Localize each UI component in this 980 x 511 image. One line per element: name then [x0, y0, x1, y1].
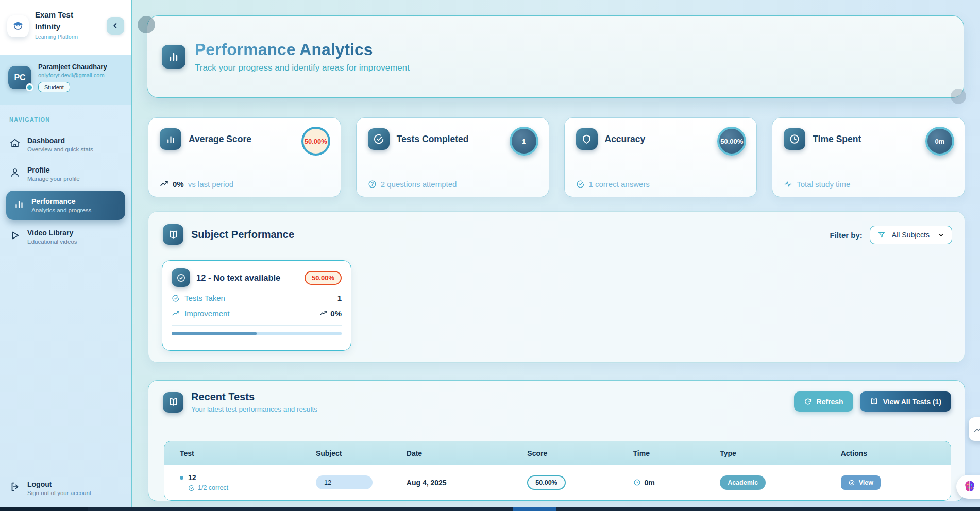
- subject-progress-fill: [172, 332, 257, 335]
- stats-row: Average Score 50.00% 0% vs last period T…: [148, 117, 965, 197]
- bar-chart-icon: [13, 198, 25, 210]
- shield-icon: [576, 128, 598, 150]
- clock-icon: [633, 479, 641, 486]
- sidebar-item-video-library[interactable]: Video Library Educational videos: [0, 223, 131, 250]
- online-status-dot: [26, 83, 33, 91]
- extension-brain-button[interactable]: [956, 475, 980, 499]
- page-header-card: Performance Analytics Track your progres…: [147, 15, 964, 98]
- main-content: Performance Analytics Track your progres…: [132, 0, 980, 511]
- subject-progress-bar: [172, 332, 342, 335]
- page-title: Performance Analytics: [195, 40, 410, 59]
- stat-footer-text: 1 correct answers: [589, 180, 650, 189]
- test-time: 0m: [645, 479, 655, 487]
- stat-badge: 50.00%: [717, 127, 746, 156]
- view-all-tests-button[interactable]: View All Tests (1): [860, 391, 951, 412]
- bar-chart-icon: [162, 45, 185, 69]
- funnel-icon: [877, 231, 886, 239]
- stat-footer-value: 0%: [173, 180, 184, 189]
- logout-icon: [9, 481, 21, 492]
- subject-filter-select[interactable]: All Subjects: [870, 226, 952, 244]
- trend-up-icon: [172, 310, 180, 318]
- decorative-circle: [951, 89, 966, 104]
- section-title: Subject Performance: [191, 229, 294, 241]
- section-subtitle: Your latest test performances and result…: [191, 405, 317, 413]
- graduation-book-icon: [11, 20, 25, 33]
- play-icon: [9, 230, 21, 241]
- subject-performance-section: Subject Performance Filter by: All Subje…: [148, 211, 965, 363]
- sidebar: Exam Test Infinity Learning Platform PC …: [0, 0, 132, 511]
- check-badge-icon: [172, 268, 190, 287]
- book-icon: [163, 392, 183, 413]
- trend-up-icon: [160, 180, 168, 189]
- score-pill: 50.00%: [527, 475, 565, 490]
- subject-score-badge: 50.00%: [305, 271, 342, 285]
- question-circle-icon: [368, 180, 377, 189]
- user-name: Paramjeet Chaudhary: [38, 63, 123, 71]
- cursor-tool-icon: [973, 424, 980, 434]
- logout-button[interactable]: Logout Sign out of your account: [0, 474, 131, 502]
- refresh-button[interactable]: Refresh: [794, 391, 853, 412]
- app-subtitle: Learning Platform: [35, 33, 89, 40]
- book-icon: [870, 397, 878, 406]
- subject-stat-row: Tests Taken 1: [172, 294, 342, 302]
- eye-icon: [848, 479, 855, 486]
- bullet-dot: [180, 476, 183, 480]
- sidebar-collapse-button[interactable]: [107, 17, 124, 35]
- logout-section: Logout Sign out of your account: [0, 465, 131, 504]
- table-row: 12 1/2 correct 12 Aug 4, 2025 50.00%: [164, 465, 951, 500]
- page-subtitle: Track your progress and identify areas f…: [195, 63, 410, 73]
- user-email: onlyforyt.devil@gmail.com: [38, 72, 123, 78]
- chevron-left-icon: [111, 22, 120, 30]
- activity-icon: [784, 180, 792, 189]
- bar-chart-icon: [160, 128, 181, 150]
- bottom-taskbar-strip: [0, 507, 980, 511]
- table-header-row: Test Subject Date Score Time Type Action…: [164, 441, 951, 465]
- floating-tool-button[interactable]: [969, 417, 980, 441]
- stat-footer-text: vs last period: [188, 180, 233, 189]
- type-badge: Academic: [720, 475, 766, 490]
- stat-card-tests-completed: Tests Completed 1 2 questions attempted: [356, 117, 549, 197]
- brain-icon: [962, 479, 977, 495]
- filter-selected-value: All Subjects: [892, 231, 930, 239]
- test-correct-count: 1/2 correct: [198, 484, 228, 491]
- recent-tests-section: Recent Tests Your latest test performanc…: [148, 380, 965, 501]
- user-profile-card: PC Paramjeet Chaudhary onlyforyt.devil@g…: [0, 55, 131, 105]
- stat-title: Tests Completed: [397, 134, 469, 145]
- clock-icon: [784, 128, 805, 150]
- stat-card-average-score: Average Score 50.00% 0% vs last period: [148, 117, 341, 197]
- subject-stat-row: Improvement 0%: [172, 309, 342, 318]
- decorative-circle: [138, 16, 155, 33]
- home-icon: [9, 138, 21, 149]
- stat-footer-text: 2 questions attempted: [381, 180, 457, 189]
- test-date: Aug 4, 2025: [407, 479, 528, 487]
- sidebar-item-performance[interactable]: Performance Analytics and progress: [6, 191, 125, 220]
- subject-name: 12 - No text available: [196, 273, 298, 283]
- sidebar-nav: NAVIGATION Dashboard Overview and quick …: [0, 105, 131, 250]
- stat-badge: 1: [510, 127, 538, 156]
- role-badge: Student: [38, 82, 70, 92]
- stat-footer-text: Total study time: [797, 180, 850, 189]
- filter-label: Filter by:: [830, 231, 863, 240]
- stat-title: Time Spent: [813, 134, 861, 145]
- trend-up-icon: [319, 310, 327, 317]
- check-circle-icon: [368, 128, 390, 150]
- subject-chip: 12: [316, 475, 373, 489]
- stat-title: Average Score: [189, 134, 251, 145]
- avatar: PC: [8, 66, 31, 89]
- section-title: Recent Tests: [191, 391, 317, 403]
- view-test-button[interactable]: View: [841, 475, 881, 490]
- subject-card: 12 - No text available 50.00% Tests Take…: [162, 260, 351, 351]
- test-name: 12: [188, 473, 196, 482]
- user-icon: [9, 167, 21, 178]
- check-circle-icon: [576, 180, 585, 189]
- book-icon: [163, 224, 183, 245]
- chevron-down-icon: [938, 232, 944, 239]
- sidebar-item-profile[interactable]: Profile Manage your profile: [0, 160, 131, 188]
- check-circle-icon: [172, 294, 180, 302]
- app-title: Exam Test Infinity: [35, 9, 89, 32]
- refresh-icon: [804, 398, 812, 406]
- sidebar-item-dashboard[interactable]: Dashboard Overview and quick stats: [0, 131, 131, 158]
- stat-title: Accuracy: [605, 134, 646, 145]
- logo-section: Exam Test Infinity Learning Platform: [0, 0, 131, 55]
- nav-section-label: NAVIGATION: [0, 105, 131, 129]
